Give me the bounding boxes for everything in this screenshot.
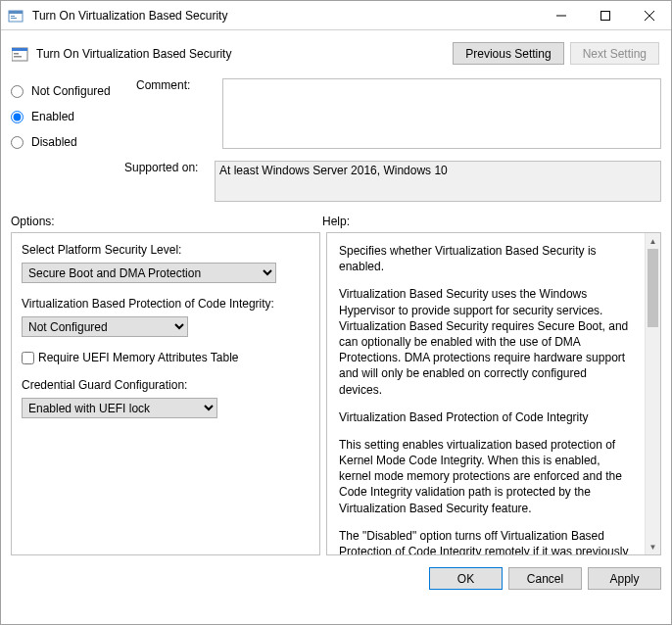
ok-button[interactable]: OK (429, 567, 503, 590)
close-button[interactable] (627, 1, 671, 30)
help-paragraph: Virtualization Based Security uses the W… (339, 286, 633, 397)
next-setting-button: Next Setting (570, 42, 659, 65)
help-section-label: Help: (322, 215, 350, 228)
options-panel: Select Platform Security Level: Secure B… (11, 232, 320, 555)
apply-button[interactable]: Apply (588, 567, 661, 590)
svg-rect-5 (600, 11, 609, 20)
radio-disabled-label: Disabled (31, 135, 77, 149)
credential-guard-select[interactable]: Enabled with UEFI lock (22, 398, 217, 418)
help-paragraph: This setting enables virtualization base… (339, 437, 633, 516)
help-panel: Specifies whether Virtualization Based S… (326, 232, 661, 555)
help-paragraph: Virtualization Based Protection of Code … (339, 409, 633, 425)
window-title: Turn On Virtualization Based Security (30, 9, 539, 23)
comment-label: Comment: (136, 78, 215, 92)
platform-security-level-select[interactable]: Secure Boot and DMA Protection (22, 263, 276, 283)
minimize-button[interactable] (539, 1, 583, 30)
scroll-up-arrow-icon[interactable]: ▲ (646, 233, 660, 249)
radio-disabled[interactable] (11, 136, 24, 149)
svg-rect-9 (12, 48, 27, 51)
cancel-button[interactable]: Cancel (508, 567, 582, 590)
header: Turn On Virtualization Based Security Pr… (1, 30, 671, 71)
svg-rect-10 (14, 53, 19, 55)
radio-enabled[interactable] (11, 111, 24, 123)
supported-on-label: Supported on: (11, 161, 207, 205)
dialog-button-bar: OK Cancel Apply (1, 561, 671, 598)
uefi-memory-attributes-checkbox[interactable] (22, 352, 34, 364)
supported-on-value (215, 161, 661, 202)
help-scrollbar[interactable]: ▲ ▼ (645, 233, 660, 554)
policy-title: Turn On Virtualization Based Security (36, 47, 453, 61)
radio-enabled-label: Enabled (31, 110, 74, 123)
policy-icon (11, 45, 30, 63)
radio-not-configured-label: Not Configured (31, 84, 111, 98)
svg-rect-3 (11, 18, 17, 19)
uefi-memory-attributes-label: Require UEFI Memory Attributes Table (38, 351, 239, 364)
title-bar: Turn On Virtualization Based Security (1, 1, 671, 30)
help-paragraph: The "Disabled" option turns off Virtuali… (339, 528, 633, 554)
help-paragraph: Specifies whether Virtualization Based S… (339, 243, 633, 274)
svg-rect-2 (11, 16, 15, 17)
previous-setting-button[interactable]: Previous Setting (453, 42, 563, 65)
scroll-thumb[interactable] (648, 249, 658, 327)
credential-guard-label: Credential Guard Configuration: (22, 378, 310, 392)
app-icon (1, 8, 30, 24)
svg-rect-11 (14, 56, 22, 58)
svg-line-7 (645, 11, 654, 21)
svg-line-6 (645, 11, 654, 21)
maximize-button[interactable] (583, 1, 627, 30)
scroll-down-arrow-icon[interactable]: ▼ (646, 539, 660, 554)
comment-input[interactable] (222, 78, 661, 149)
platform-security-level-label: Select Platform Security Level: (22, 243, 310, 257)
svg-rect-1 (9, 11, 23, 14)
radio-not-configured[interactable] (11, 85, 24, 98)
code-integrity-label: Virtualization Based Protection of Code … (22, 297, 310, 311)
code-integrity-select[interactable]: Not Configured (22, 316, 188, 337)
state-radio-group: Not Configured Enabled Disabled (11, 78, 128, 155)
options-section-label: Options: (11, 215, 322, 228)
